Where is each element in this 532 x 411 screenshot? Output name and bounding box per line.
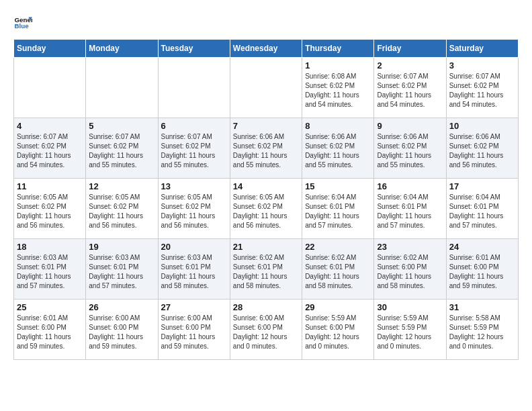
calendar-cell: 11Sunrise: 6:05 AM Sunset: 6:02 PM Dayli… xyxy=(14,179,86,239)
day-number: 22 xyxy=(305,242,371,252)
day-info: Sunrise: 5:59 AM Sunset: 5:59 PM Dayligh… xyxy=(377,314,443,351)
calendar-cell: 19Sunrise: 6:03 AM Sunset: 6:01 PM Dayli… xyxy=(86,239,158,300)
day-number: 7 xyxy=(233,121,299,131)
day-number: 8 xyxy=(305,121,371,131)
day-info: Sunrise: 6:03 AM Sunset: 6:01 PM Dayligh… xyxy=(161,253,227,291)
calendar-cell: 28Sunrise: 6:00 AM Sunset: 6:00 PM Dayli… xyxy=(230,300,302,360)
day-info: Sunrise: 6:07 AM Sunset: 6:02 PM Dayligh… xyxy=(17,132,83,170)
day-number: 19 xyxy=(89,242,154,252)
calendar-cell: 7Sunrise: 6:06 AM Sunset: 6:02 PM Daylig… xyxy=(230,118,302,179)
day-info: Sunrise: 5:59 AM Sunset: 6:00 PM Dayligh… xyxy=(305,314,371,351)
day-number: 26 xyxy=(89,302,154,312)
day-info: Sunrise: 6:05 AM Sunset: 6:02 PM Dayligh… xyxy=(161,193,227,230)
logo: General Blue xyxy=(13,13,35,32)
calendar-body: 1Sunrise: 6:08 AM Sunset: 6:02 PM Daylig… xyxy=(14,58,519,360)
day-info: Sunrise: 6:00 AM Sunset: 6:00 PM Dayligh… xyxy=(161,314,227,351)
calendar-cell: 3Sunrise: 6:07 AM Sunset: 6:02 PM Daylig… xyxy=(446,58,518,118)
weekday-header: Tuesday xyxy=(158,40,230,58)
logo-icon: General Blue xyxy=(13,13,32,32)
calendar-cell xyxy=(230,58,302,118)
day-info: Sunrise: 6:05 AM Sunset: 6:02 PM Dayligh… xyxy=(89,193,154,230)
day-info: Sunrise: 6:05 AM Sunset: 6:02 PM Dayligh… xyxy=(17,193,83,230)
calendar-cell: 9Sunrise: 6:06 AM Sunset: 6:02 PM Daylig… xyxy=(374,118,446,179)
day-number: 12 xyxy=(89,181,154,191)
day-info: Sunrise: 6:08 AM Sunset: 6:02 PM Dayligh… xyxy=(305,72,371,109)
calendar-cell: 27Sunrise: 6:00 AM Sunset: 6:00 PM Dayli… xyxy=(158,300,230,360)
calendar-cell: 30Sunrise: 5:59 AM Sunset: 5:59 PM Dayli… xyxy=(374,300,446,360)
day-number: 10 xyxy=(449,121,515,131)
day-number: 27 xyxy=(161,302,227,312)
day-info: Sunrise: 6:00 AM Sunset: 6:00 PM Dayligh… xyxy=(89,314,154,351)
calendar-cell: 29Sunrise: 5:59 AM Sunset: 6:00 PM Dayli… xyxy=(302,300,374,360)
calendar-week-row: 11Sunrise: 6:05 AM Sunset: 6:02 PM Dayli… xyxy=(14,179,519,239)
page-header: General Blue xyxy=(13,13,519,32)
day-info: Sunrise: 6:01 AM Sunset: 6:00 PM Dayligh… xyxy=(449,253,515,291)
weekday-header: Thursday xyxy=(302,40,374,58)
day-info: Sunrise: 6:03 AM Sunset: 6:01 PM Dayligh… xyxy=(89,253,154,291)
calendar-cell: 23Sunrise: 6:02 AM Sunset: 6:00 PM Dayli… xyxy=(374,239,446,300)
day-info: Sunrise: 6:07 AM Sunset: 6:02 PM Dayligh… xyxy=(449,72,515,109)
weekday-header-row: SundayMondayTuesdayWednesdayThursdayFrid… xyxy=(14,40,519,58)
day-number: 4 xyxy=(17,121,83,131)
calendar-cell: 22Sunrise: 6:02 AM Sunset: 6:01 PM Dayli… xyxy=(302,239,374,300)
day-info: Sunrise: 6:07 AM Sunset: 6:02 PM Dayligh… xyxy=(89,132,154,170)
calendar-cell: 8Sunrise: 6:06 AM Sunset: 6:02 PM Daylig… xyxy=(302,118,374,179)
day-info: Sunrise: 6:05 AM Sunset: 6:02 PM Dayligh… xyxy=(233,193,299,230)
day-info: Sunrise: 6:04 AM Sunset: 6:01 PM Dayligh… xyxy=(305,193,371,230)
calendar-cell: 4Sunrise: 6:07 AM Sunset: 6:02 PM Daylig… xyxy=(14,118,86,179)
calendar-cell: 17Sunrise: 6:04 AM Sunset: 6:01 PM Dayli… xyxy=(446,179,518,239)
day-info: Sunrise: 6:03 AM Sunset: 6:01 PM Dayligh… xyxy=(17,253,83,291)
day-number: 29 xyxy=(305,302,371,312)
day-number: 31 xyxy=(449,302,515,312)
calendar-week-row: 4Sunrise: 6:07 AM Sunset: 6:02 PM Daylig… xyxy=(14,118,519,179)
calendar-week-row: 25Sunrise: 6:01 AM Sunset: 6:00 PM Dayli… xyxy=(14,300,519,360)
day-number: 23 xyxy=(377,242,443,252)
day-number: 1 xyxy=(305,60,371,71)
weekday-header: Saturday xyxy=(446,40,518,58)
day-info: Sunrise: 6:02 AM Sunset: 6:01 PM Dayligh… xyxy=(233,253,299,291)
day-info: Sunrise: 6:00 AM Sunset: 6:00 PM Dayligh… xyxy=(233,314,299,351)
day-number: 20 xyxy=(161,242,227,252)
calendar-cell: 21Sunrise: 6:02 AM Sunset: 6:01 PM Dayli… xyxy=(230,239,302,300)
day-info: Sunrise: 6:01 AM Sunset: 6:00 PM Dayligh… xyxy=(17,314,83,351)
calendar-week-row: 1Sunrise: 6:08 AM Sunset: 6:02 PM Daylig… xyxy=(14,58,519,118)
day-number: 3 xyxy=(449,60,515,71)
calendar-cell: 31Sunrise: 5:58 AM Sunset: 5:59 PM Dayli… xyxy=(446,300,518,360)
day-info: Sunrise: 6:04 AM Sunset: 6:01 PM Dayligh… xyxy=(449,193,515,230)
calendar-cell: 5Sunrise: 6:07 AM Sunset: 6:02 PM Daylig… xyxy=(86,118,158,179)
day-number: 18 xyxy=(17,242,83,252)
calendar-cell: 18Sunrise: 6:03 AM Sunset: 6:01 PM Dayli… xyxy=(14,239,86,300)
weekday-header: Wednesday xyxy=(230,40,302,58)
calendar-cell: 16Sunrise: 6:04 AM Sunset: 6:01 PM Dayli… xyxy=(374,179,446,239)
calendar-cell: 2Sunrise: 6:07 AM Sunset: 6:02 PM Daylig… xyxy=(374,58,446,118)
day-number: 11 xyxy=(17,181,83,191)
weekday-header: Friday xyxy=(374,40,446,58)
day-info: Sunrise: 6:06 AM Sunset: 6:02 PM Dayligh… xyxy=(305,132,371,170)
day-info: Sunrise: 6:06 AM Sunset: 6:02 PM Dayligh… xyxy=(233,132,299,170)
day-info: Sunrise: 6:02 AM Sunset: 6:00 PM Dayligh… xyxy=(377,253,443,291)
calendar-cell: 25Sunrise: 6:01 AM Sunset: 6:00 PM Dayli… xyxy=(14,300,86,360)
day-number: 24 xyxy=(449,242,515,252)
day-number: 28 xyxy=(233,302,299,312)
calendar-cell: 14Sunrise: 6:05 AM Sunset: 6:02 PM Dayli… xyxy=(230,179,302,239)
calendar-cell xyxy=(86,58,158,118)
day-info: Sunrise: 6:02 AM Sunset: 6:01 PM Dayligh… xyxy=(305,253,371,291)
day-number: 16 xyxy=(377,181,443,191)
day-number: 21 xyxy=(233,242,299,252)
calendar-cell: 13Sunrise: 6:05 AM Sunset: 6:02 PM Dayli… xyxy=(158,179,230,239)
day-info: Sunrise: 5:58 AM Sunset: 5:59 PM Dayligh… xyxy=(449,314,515,351)
calendar-cell: 10Sunrise: 6:06 AM Sunset: 6:02 PM Dayli… xyxy=(446,118,518,179)
day-number: 25 xyxy=(17,302,83,312)
calendar: SundayMondayTuesdayWednesdayThursdayFrid… xyxy=(13,39,519,360)
day-info: Sunrise: 6:06 AM Sunset: 6:02 PM Dayligh… xyxy=(377,132,443,170)
calendar-cell xyxy=(14,58,86,118)
calendar-cell: 20Sunrise: 6:03 AM Sunset: 6:01 PM Dayli… xyxy=(158,239,230,300)
day-info: Sunrise: 6:07 AM Sunset: 6:02 PM Dayligh… xyxy=(377,72,443,109)
weekday-header: Monday xyxy=(86,40,158,58)
calendar-cell: 1Sunrise: 6:08 AM Sunset: 6:02 PM Daylig… xyxy=(302,58,374,118)
calendar-cell xyxy=(158,58,230,118)
calendar-cell: 15Sunrise: 6:04 AM Sunset: 6:01 PM Dayli… xyxy=(302,179,374,239)
calendar-cell: 26Sunrise: 6:00 AM Sunset: 6:00 PM Dayli… xyxy=(86,300,158,360)
weekday-header: Sunday xyxy=(14,40,86,58)
day-number: 2 xyxy=(377,60,443,71)
